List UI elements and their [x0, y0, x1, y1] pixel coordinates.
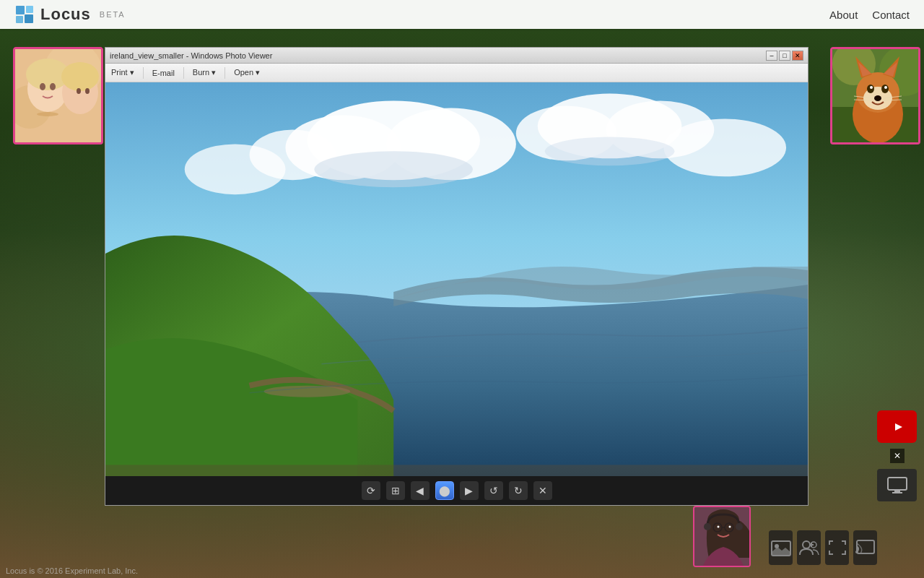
- about-link[interactable]: About: [829, 9, 858, 21]
- logo-icon: [14, 4, 35, 25]
- restore-button[interactable]: □: [779, 51, 790, 61]
- youtube-button[interactable]: [877, 410, 917, 443]
- images-icon-button[interactable]: [769, 530, 793, 565]
- svg-point-46: [314, 151, 473, 187]
- panel-close-button[interactable]: ✕: [890, 449, 905, 463]
- svg-rect-0: [16, 6, 25, 14]
- svg-point-60: [704, 523, 711, 530]
- svg-point-10: [61, 62, 99, 91]
- svg-point-15: [85, 88, 90, 94]
- ctrl-rotate-left[interactable]: ↺: [484, 481, 503, 500]
- svg-point-28: [881, 85, 889, 93]
- nav-links: About Contact: [829, 9, 910, 21]
- svg-point-56: [729, 526, 731, 528]
- viewer-bottom-controls: ⟳ ⊞ ◀ ⬤ ▶ ↺ ↻ ✕: [105, 476, 808, 505]
- toolbar-open[interactable]: Open ▾: [234, 68, 260, 77]
- svg-rect-66: [892, 492, 902, 493]
- svg-rect-73: [857, 540, 874, 553]
- bottom-toolbar: [762, 527, 877, 567]
- copyright-text: Locus is © 2016 Experiment Lab, Inc.: [6, 566, 138, 575]
- avatar-right[interactable]: [830, 47, 920, 144]
- toolbar-burn[interactable]: Burn ▾: [193, 68, 216, 77]
- svg-point-30: [884, 86, 887, 89]
- svg-point-13: [37, 112, 58, 116]
- toolbar-separator-3: [225, 67, 225, 79]
- toolbar-email[interactable]: E-mail: [152, 69, 175, 77]
- logo-text: Locus: [40, 5, 91, 24]
- svg-rect-3: [25, 14, 33, 23]
- viewer-toolbar: Print ▾ E-mail Burn ▾ Open ▾: [105, 64, 808, 82]
- svg-point-44: [663, 118, 786, 176]
- right-panel: ✕: [873, 410, 920, 506]
- users-icon-button[interactable]: [797, 530, 821, 565]
- svg-rect-1: [26, 6, 33, 13]
- ctrl-next[interactable]: ▶: [460, 481, 479, 500]
- svg-point-11: [40, 83, 45, 90]
- monitor-button[interactable]: [877, 469, 917, 501]
- minimize-button[interactable]: –: [766, 51, 777, 61]
- landscape-image: [105, 82, 808, 476]
- svg-point-45: [185, 144, 286, 194]
- svg-point-74: [855, 551, 858, 553]
- svg-point-47: [545, 137, 675, 165]
- svg-point-27: [867, 85, 874, 93]
- navbar: Locus BETA About Contact: [0, 0, 924, 29]
- avatar-left[interactable]: [13, 47, 103, 144]
- svg-point-61: [736, 523, 743, 530]
- svg-rect-65: [894, 490, 900, 492]
- svg-rect-49: [105, 465, 808, 476]
- photo-viewer-window: ireland_view_smaller - Windows Photo Vie…: [105, 47, 808, 506]
- viewer-title: ireland_view_smaller - Windows Photo Vie…: [110, 51, 272, 60]
- beta-badge: BETA: [100, 10, 126, 19]
- footer: Locus is © 2016 Experiment Lab, Inc.: [0, 564, 144, 578]
- avatar-right-image: [832, 49, 918, 142]
- svg-point-69: [803, 541, 810, 548]
- ctrl-delete[interactable]: ✕: [533, 481, 552, 500]
- cast-icon-button[interactable]: [853, 530, 877, 565]
- ctrl-grid[interactable]: ⊞: [386, 481, 405, 500]
- avatar-left-image: [15, 49, 101, 142]
- toolbar-separator-2: [183, 67, 184, 79]
- svg-rect-64: [888, 478, 907, 490]
- ctrl-play[interactable]: ⬤: [435, 481, 454, 500]
- viewer-image-area: [105, 82, 808, 476]
- svg-point-55: [718, 526, 720, 528]
- ctrl-rotate-right[interactable]: ↻: [509, 481, 528, 500]
- avatar-bottom[interactable]: [693, 506, 751, 567]
- toolbar-print[interactable]: Print ▾: [111, 68, 134, 77]
- viewer-window-controls: – □ ✕: [766, 51, 803, 61]
- ctrl-rewind[interactable]: ⟳: [362, 481, 380, 500]
- svg-point-29: [870, 86, 873, 89]
- svg-rect-2: [16, 16, 23, 23]
- expand-icon-button[interactable]: [825, 530, 849, 565]
- svg-point-31: [874, 95, 881, 101]
- close-button[interactable]: ✕: [792, 51, 803, 61]
- svg-point-12: [50, 83, 56, 90]
- contact-link[interactable]: Contact: [872, 9, 910, 21]
- toolbar-separator: [143, 67, 144, 79]
- logo-area: Locus BETA: [14, 4, 126, 25]
- viewer-titlebar: ireland_view_smaller - Windows Photo Vie…: [105, 48, 808, 64]
- svg-point-14: [77, 88, 81, 94]
- ctrl-prev[interactable]: ◀: [411, 481, 430, 500]
